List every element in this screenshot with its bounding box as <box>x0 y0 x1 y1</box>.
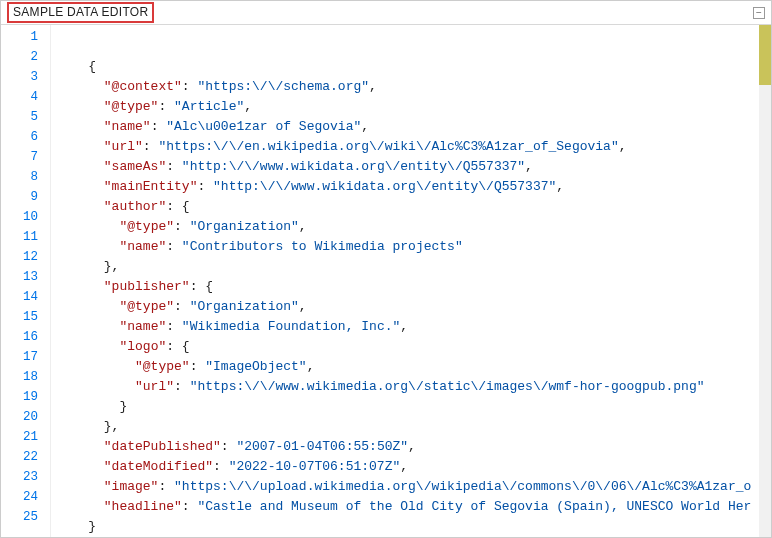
line-number: 7 <box>1 147 50 167</box>
code-line[interactable]: "publisher": { <box>57 277 771 297</box>
code-line[interactable]: "sameAs": "http:\/\/www.wikidata.org\/en… <box>57 157 771 177</box>
line-number: 13 <box>1 267 50 287</box>
line-number: 4 <box>1 87 50 107</box>
code-line[interactable]: "url": "https:\/\/en.wikipedia.org\/wiki… <box>57 137 771 157</box>
line-number: 23 <box>1 467 50 487</box>
line-number: 25 <box>1 507 50 527</box>
code-line[interactable]: "name": "Alc\u00e1zar of Segovia", <box>57 117 771 137</box>
code-line[interactable]: "name": "Contributors to Wikimedia proje… <box>57 237 771 257</box>
panel-title: SAMPLE DATA EDITOR <box>13 5 148 19</box>
code-line[interactable]: "@context": "https:\/\/schema.org", <box>57 77 771 97</box>
line-number: 17 <box>1 347 50 367</box>
code-line[interactable]: { <box>57 57 771 77</box>
line-number-gutter: 1234567891011121314151617181920212223242… <box>1 25 51 537</box>
code-line[interactable]: "mainEntity": "http:\/\/www.wikidata.org… <box>57 177 771 197</box>
code-line[interactable]: "author": { <box>57 197 771 217</box>
code-line[interactable]: "url": "https:\/\/www.wikimedia.org\/sta… <box>57 377 771 397</box>
code-line[interactable]: "dateModified": "2022-10-07T06:51:07Z", <box>57 457 771 477</box>
title-highlight: SAMPLE DATA EDITOR <box>7 2 154 23</box>
panel-header: SAMPLE DATA EDITOR − <box>1 1 771 25</box>
code-line[interactable]: "@type": "ImageObject", <box>57 357 771 377</box>
line-number: 19 <box>1 387 50 407</box>
line-number: 20 <box>1 407 50 427</box>
code-line[interactable]: "name": "Wikimedia Foundation, Inc.", <box>57 317 771 337</box>
line-number: 3 <box>1 67 50 87</box>
line-number: 24 <box>1 487 50 507</box>
scrollbar-track[interactable] <box>759 25 771 537</box>
scrollbar-thumb[interactable] <box>759 25 771 85</box>
code-line[interactable]: }, <box>57 257 771 277</box>
code-line[interactable]: } <box>57 397 771 417</box>
line-number: 5 <box>1 107 50 127</box>
code-line[interactable]: } <box>57 517 771 537</box>
code-editor[interactable]: 1234567891011121314151617181920212223242… <box>1 25 771 537</box>
line-number: 11 <box>1 227 50 247</box>
line-number: 8 <box>1 167 50 187</box>
line-number: 6 <box>1 127 50 147</box>
code-line[interactable]: }, <box>57 417 771 437</box>
collapse-button[interactable]: − <box>753 7 765 19</box>
line-number: 18 <box>1 367 50 387</box>
code-line[interactable]: "headline": "Castle and Museum of the Ol… <box>57 497 771 517</box>
line-number: 22 <box>1 447 50 467</box>
line-number: 12 <box>1 247 50 267</box>
line-number: 15 <box>1 307 50 327</box>
code-line[interactable]: "@type": "Organization", <box>57 297 771 317</box>
line-number: 1 <box>1 27 50 47</box>
line-number: 2 <box>1 47 50 67</box>
code-line[interactable]: "@type": "Organization", <box>57 217 771 237</box>
line-number: 16 <box>1 327 50 347</box>
code-line[interactable]: "@type": "Article", <box>57 97 771 117</box>
line-number: 14 <box>1 287 50 307</box>
line-number: 10 <box>1 207 50 227</box>
code-line[interactable]: "image": "https:\/\/upload.wikimedia.org… <box>57 477 771 497</box>
line-number: 9 <box>1 187 50 207</box>
code-area[interactable]: { "@context": "https:\/\/schema.org", "@… <box>51 25 771 537</box>
code-line[interactable]: "datePublished": "2007-01-04T06:55:50Z", <box>57 437 771 457</box>
code-line[interactable]: "logo": { <box>57 337 771 357</box>
line-number: 21 <box>1 427 50 447</box>
